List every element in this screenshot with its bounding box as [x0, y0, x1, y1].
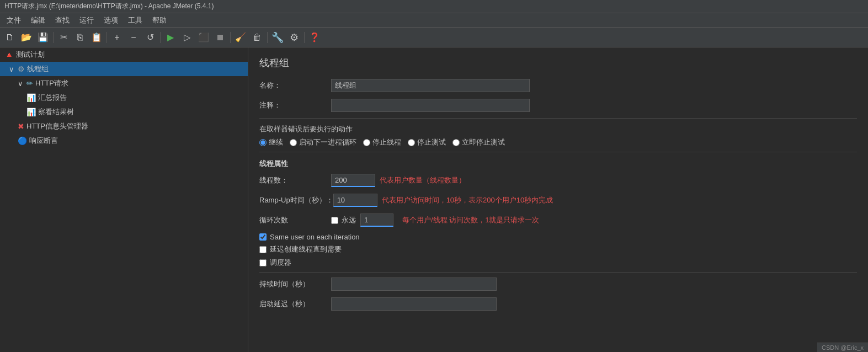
help-button[interactable]: ❓: [307, 30, 322, 45]
remove-button[interactable]: −: [126, 30, 141, 45]
toolbar-sep-4: [230, 32, 231, 43]
tree-expand-http: ∨: [18, 79, 23, 88]
cut-button[interactable]: ✂: [56, 30, 71, 45]
view-results-icon: 📊: [26, 108, 36, 116]
sidebar-item-label-view-results: 察看结果树: [38, 107, 74, 117]
toolbar: 🗋 📂 💾 ✂ ⎘ 📋 + − ↺ ▶ ▷ ⬛ ⏹ 🧹 🗑 🔧 ⚙ ❓: [0, 28, 868, 47]
delay-create-checkbox[interactable]: [259, 246, 267, 253]
sidebar-item-view-results-tree[interactable]: 📊 察看结果树: [0, 105, 248, 119]
loop-count-input[interactable]: [360, 214, 393, 227]
divider-3: [259, 272, 857, 273]
error-action-radio-group: 继续 启动下一进程循环 停止线程 停止测试 立即停止测试: [259, 137, 857, 147]
scheduler-row: 调度器: [259, 258, 857, 268]
toolbar-sep-6: [304, 32, 305, 43]
paste-button[interactable]: 📋: [89, 30, 104, 45]
loop-count-row: 循环次数 永远 每个用户/线程 访问次数，1就是只请求一次: [259, 213, 857, 227]
sidebar-item-http-header-manager[interactable]: ✖ HTTP信息头管理器: [0, 119, 248, 134]
stop-button[interactable]: ⬛: [196, 30, 211, 45]
radio-continue[interactable]: 继续: [259, 137, 283, 147]
menu-file[interactable]: 文件: [2, 14, 25, 26]
open-button[interactable]: 📂: [19, 30, 34, 45]
menu-tools[interactable]: 工具: [124, 14, 147, 26]
divider-1: [259, 118, 857, 119]
thread-count-input[interactable]: [331, 174, 375, 187]
loop-forever-label: 永远: [342, 215, 356, 225]
menu-options[interactable]: 选项: [99, 14, 123, 26]
delay-create-label: 延迟创建线程直到需要: [270, 244, 342, 254]
thread-count-label: 线程数：: [259, 175, 331, 185]
radio-start-next-loop-input[interactable]: [290, 139, 297, 146]
scheduler-checkbox[interactable]: [259, 259, 267, 266]
error-action-label: 在取样器错误后要执行的动作: [259, 124, 857, 134]
radio-stop-test-now-input[interactable]: [452, 139, 460, 146]
copy-button[interactable]: ⎘: [72, 30, 88, 45]
radio-stop-thread-input[interactable]: [363, 139, 370, 146]
rampup-input[interactable]: [333, 194, 377, 207]
menu-edit[interactable]: 编辑: [26, 14, 50, 26]
duration-label: 持续时间（秒）: [259, 279, 331, 289]
radio-stop-thread[interactable]: 停止线程: [363, 137, 401, 147]
comment-input[interactable]: [331, 99, 530, 112]
title-bar: HTTP请求.jmx (E:\jmeter\demo\HTTP请求.jmx) -…: [0, 0, 868, 13]
startup-delay-input[interactable]: [331, 297, 497, 311]
rampup-label: Ramp-Up时间（秒）：: [259, 195, 333, 205]
radio-start-next-loop-label: 启动下一进程循环: [299, 137, 356, 147]
radio-stop-test-label: 停止测试: [417, 137, 446, 147]
clear-button[interactable]: 🧹: [233, 30, 248, 45]
sidebar-item-thread-group[interactable]: ∨ ⚙ 线程组: [0, 62, 248, 76]
startup-delay-label: 启动延迟（秒）: [259, 299, 331, 309]
sidebar-item-label-summary-report: 汇总报告: [38, 93, 67, 103]
run-button[interactable]: ▶: [163, 30, 178, 45]
thread-count-row: 线程数： 代表用户数量（线程数量）: [259, 173, 857, 188]
sidebar-item-label-test-plan: 测试计划: [16, 50, 45, 60]
radio-start-next-loop[interactable]: 启动下一进程循环: [290, 137, 356, 147]
toolbar-sep-5: [267, 32, 268, 43]
menu-run[interactable]: 运行: [75, 14, 98, 26]
toolbar-sep-3: [160, 32, 161, 43]
loop-forever-checkbox[interactable]: [331, 217, 338, 224]
sidebar: 🔺 测试计划 ∨ ⚙ 线程组 ∨ ✏ HTTP请求 📊 汇总报告 📊 察看结果树…: [0, 47, 248, 352]
divider-2: [259, 152, 857, 152]
menu-search[interactable]: 查找: [51, 14, 74, 26]
window-title: HTTP请求.jmx (E:\jmeter\demo\HTTP请求.jmx) -…: [4, 2, 214, 11]
status-bar: CSDN @Eric_x: [817, 343, 868, 352]
new-button[interactable]: 🗋: [2, 30, 18, 45]
radio-stop-test[interactable]: 停止测试: [408, 137, 446, 147]
shutdown-button[interactable]: ⏹: [212, 30, 228, 45]
toolbar-sep-1: [53, 32, 54, 43]
radio-stop-test-now[interactable]: 立即停止测试: [452, 137, 505, 147]
remote-icon[interactable]: 🔧: [270, 30, 285, 45]
radio-stop-test-now-label: 立即停止测试: [462, 137, 505, 147]
loop-row-inner: 永远 每个用户/线程 访问次数，1就是只请求一次: [331, 214, 539, 227]
duration-input[interactable]: [331, 278, 497, 291]
radio-stop-test-input[interactable]: [408, 139, 415, 146]
comment-row: 注释：: [259, 98, 857, 113]
sidebar-item-label-http-request: HTTP请求: [35, 78, 68, 88]
menu-help[interactable]: 帮助: [148, 14, 171, 26]
comment-label: 注释：: [259, 100, 331, 110]
panel-title: 线程组: [259, 56, 857, 70]
sidebar-item-response-assertion[interactable]: 🔵 响应断言: [0, 134, 248, 148]
same-user-checkbox[interactable]: [259, 233, 267, 241]
sidebar-item-summary-report[interactable]: 📊 汇总报告: [0, 90, 248, 105]
undo-button[interactable]: ↺: [142, 30, 158, 45]
summary-report-icon: 📊: [26, 93, 36, 102]
sidebar-item-test-plan[interactable]: 🔺 测试计划: [0, 47, 248, 62]
main-layout: 🔺 测试计划 ∨ ⚙ 线程组 ∨ ✏ HTTP请求 📊 汇总报告 📊 察看结果树…: [0, 47, 868, 352]
remote-all-icon[interactable]: ⚙: [286, 30, 302, 45]
add-button[interactable]: +: [109, 30, 125, 45]
name-input[interactable]: [331, 79, 530, 92]
menu-bar: 文件 编辑 查找 运行 选项 工具 帮助: [0, 13, 868, 28]
sidebar-item-http-request[interactable]: ∨ ✏ HTTP请求: [0, 76, 248, 90]
clear-all-button[interactable]: 🗑: [249, 30, 265, 45]
start-no-pause-button[interactable]: ▷: [179, 30, 195, 45]
scheduler-label: 调度器: [270, 258, 291, 268]
thread-count-annotation: 代表用户数量（线程数量）: [380, 175, 466, 185]
loop-forever-checkbox-label[interactable]: 永远: [331, 215, 356, 225]
loop-annotation: 每个用户/线程 访问次数，1就是只请求一次: [402, 215, 539, 225]
save-button[interactable]: 💾: [35, 30, 51, 45]
radio-continue-input[interactable]: [259, 139, 267, 146]
rampup-annotation: 代表用户访问时间，10秒，表示200个用户10秒内完成: [382, 195, 553, 205]
sidebar-item-label-thread-group: 线程组: [27, 64, 49, 74]
name-row: 名称：: [259, 78, 857, 93]
